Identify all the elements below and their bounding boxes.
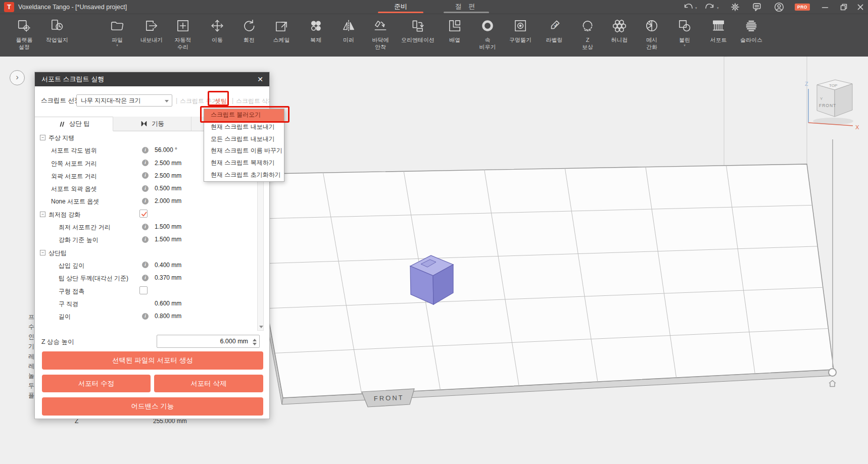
toolbar-button-slice[interactable]: 슬라이스 [735, 18, 767, 57]
undo-icon [683, 2, 694, 13]
z-lift-row: Z 상승 높이 6.000 mm [35, 334, 270, 349]
toolbar-button-honeycomb[interactable]: 허니컴 [603, 18, 636, 57]
zoom-slider-handle[interactable] [828, 368, 837, 377]
account-button[interactable] [773, 2, 785, 13]
model-cube[interactable] [410, 255, 453, 304]
z-lift-label: Z 상승 높이 [41, 338, 74, 346]
undo-button[interactable] [682, 2, 694, 13]
toolbar-button-auto-repair[interactable]: 자동적수리 [167, 18, 199, 57]
undo-dropdown-caret[interactable]: ▾ [695, 6, 697, 10]
param-row: 강화 기준 높이i1.500 mm [35, 233, 270, 246]
toolbar-button-array[interactable]: 배열 [439, 18, 471, 57]
redo-button[interactable] [704, 2, 716, 13]
info-icon[interactable]: i [142, 160, 149, 166]
menu-item-2[interactable]: 현재 스크립트 내보내기 [204, 121, 284, 133]
advanced-features-button[interactable]: 어드밴스 기능 [42, 397, 263, 416]
tree-collapse-icon[interactable]: − [40, 212, 45, 217]
chevron-down-icon[interactable]: ▾ [668, 44, 701, 46]
script-select-dropdown[interactable]: 나무 지지대-작은 크기 [76, 94, 172, 107]
toolbar-button-duplicate[interactable]: 복제 [300, 18, 332, 57]
param-checkbox[interactable] [139, 286, 148, 294]
menu-item-1[interactable]: 스크립트 불러오기 [204, 109, 284, 121]
param-checkbox[interactable] [139, 210, 148, 218]
axis-x-label: X [855, 124, 859, 130]
dialog-close-button[interactable]: ✕ [256, 75, 265, 84]
panel-expander-button[interactable]: › [10, 70, 25, 85]
tab-top-tip[interactable]: 상단 팁 [35, 117, 113, 131]
toolbar-button-move[interactable]: 이동 [201, 18, 233, 57]
home-view-button[interactable] [828, 379, 837, 390]
param-section-row: −최저점 강화 [35, 208, 270, 221]
delete-support-button[interactable]: 서포터 삭제 [154, 375, 263, 392]
spinner-down-icon[interactable] [253, 343, 257, 345]
script-add-link[interactable]: 스크립트 추가 [180, 97, 218, 106]
front-tab-label: FRONT [374, 394, 404, 402]
toolbar-button-platform-settings[interactable]: 플랫폼설정 [8, 18, 40, 57]
toolbar-button-mirror[interactable]: 미러 [332, 18, 365, 57]
spinner-up-icon[interactable] [253, 339, 257, 341]
tab-pillar[interactable]: 기둥 [113, 117, 191, 131]
toolbar-button-drill-hole[interactable]: 구멍뚫기 [504, 18, 537, 57]
scroll-down-icon[interactable] [259, 326, 263, 328]
edit-support-button[interactable]: 서포터 수정 [42, 375, 151, 392]
chevron-down-icon [165, 100, 169, 102]
info-icon[interactable]: i [142, 147, 149, 153]
app-logo: T [4, 2, 14, 12]
info-icon[interactable]: i [142, 185, 149, 192]
chevron-down-icon[interactable]: ▾ [101, 44, 133, 46]
close-button[interactable] [854, 2, 866, 13]
toolbar-button-hollow[interactable]: 속비우기 [471, 18, 504, 57]
script-settings-link[interactable]: 셋팅 [215, 97, 227, 106]
nav-cube[interactable]: Z X TOP Y FRONT [801, 74, 868, 137]
generate-support-button[interactable]: 선택된 파일의 서포터 생성 [42, 351, 263, 370]
info-icon[interactable]: i [142, 198, 149, 204]
toolbar-button-orientation[interactable]: 오리엔테이션 [397, 18, 439, 57]
info-icon[interactable]: i [142, 313, 149, 320]
nav-cube-top-label: TOP [829, 83, 837, 88]
redo-dropdown-caret[interactable]: ▾ [717, 6, 719, 10]
settings-button[interactable] [729, 2, 741, 13]
info-icon[interactable]: i [142, 236, 149, 243]
hollow-icon [480, 18, 495, 33]
tree-collapse-icon[interactable]: − [40, 250, 45, 255]
front-tab: FRONT [362, 389, 414, 407]
scale-icon [274, 18, 289, 33]
toolbar-button-z-compensation[interactable]: Z보상 [571, 18, 604, 57]
toolbar-button-boolean[interactable]: 불린▾ [668, 18, 701, 57]
menu-item-4[interactable]: 현재 스크립트 이름 바꾸기 [204, 145, 284, 157]
menu-item-6[interactable]: 현재 스크립트 초기화하기 [204, 169, 284, 181]
info-icon[interactable]: i [142, 224, 149, 230]
toolbar-button-work-log[interactable]: 작업일지 [41, 18, 73, 57]
info-icon[interactable]: i [142, 262, 149, 268]
toolbar-button-export[interactable]: 내보내기 [135, 18, 168, 57]
info-icon[interactable]: i [142, 172, 149, 179]
toolbar-button-place-on-bottom[interactable]: 바닥에안착 [364, 18, 397, 57]
toolbar-button-rotate[interactable]: 회전 [233, 18, 265, 57]
feedback-button[interactable] [751, 2, 763, 13]
toolbar-button-file[interactable]: 파일▾ [101, 18, 133, 57]
support-icon [711, 18, 726, 33]
param-row: 삽입 깊이i0.400 mm [35, 259, 270, 272]
drill-hole-icon [513, 18, 528, 33]
script-delete-link[interactable]: 스크립트 삭제 [236, 97, 270, 106]
restore-button[interactable] [838, 2, 850, 13]
home-icon [828, 379, 837, 388]
close-icon: ✕ [257, 75, 263, 83]
toolbar-button-mesh-simplify[interactable]: 메시간화 [636, 18, 668, 57]
toolbar-button-support[interactable]: 서포트 [702, 18, 735, 57]
zoom-slider-track[interactable] [832, 139, 833, 368]
menu-item-5[interactable]: 현재 스크립트 복제하기 [204, 157, 284, 169]
info-icon[interactable]: i [142, 275, 149, 281]
menu-item-3[interactable]: 모든 스크립트 내보내기 [204, 133, 284, 145]
z-lift-input[interactable]: 6.000 mm [157, 335, 260, 348]
mirror-icon [341, 18, 356, 33]
boolean-icon [677, 18, 692, 33]
script-select-label: 스크립트 선정 [41, 96, 80, 105]
build-plate-grid [251, 166, 828, 394]
place-on-bottom-icon [373, 18, 388, 33]
tree-collapse-icon[interactable]: − [40, 135, 45, 140]
gear-icon [730, 2, 741, 13]
toolbar-button-scale[interactable]: 스케일 [265, 18, 298, 57]
toolbar-button-labeling[interactable]: 라벨링 [538, 18, 570, 57]
minimize-button[interactable] [819, 2, 831, 13]
